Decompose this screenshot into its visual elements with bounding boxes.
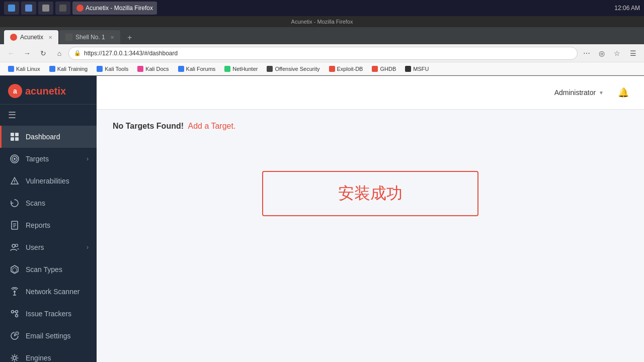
bookmark-kali-linux[interactable]: Kali Linux [4,64,44,74]
menu-button[interactable]: ☰ [626,46,640,60]
tab-acunetix[interactable]: Acunetix ✕ [4,30,58,44]
sidebar-item-vulnerabilities[interactable]: Vulnerabilities [0,170,97,192]
os-taskbar: Acunetix - Mozilla Firefox 12:06 AM [0,0,644,16]
svg-point-28 [17,334,18,334]
svg-point-16 [14,291,16,293]
taskbar-firefox[interactable]: Acunetix - Mozilla Firefox [72,2,157,15]
browser-title: Acunetix - Mozilla Firefox [291,19,353,25]
logo: a acunetix [8,84,89,98]
svg-point-20 [16,315,18,317]
bookmark-favicon-nethunter [224,66,230,72]
svg-rect-0 [11,133,14,136]
sidebar-item-label-reports: Reports [26,221,89,229]
tab-label-acunetix: Acunetix [20,34,43,41]
taskbar-item-3[interactable] [38,2,53,15]
add-target-link[interactable]: Add a Target. [188,122,235,130]
svg-rect-3 [15,137,19,141]
tab-close-acunetix[interactable]: ✕ [48,35,52,40]
bookmark-nethunter[interactable]: NetHunter [220,64,262,74]
bookmark-favicon-kali-training [49,66,55,72]
reload-button[interactable]: ↻ [36,46,50,60]
success-text: 安装成功 [338,183,403,205]
bookmark-favicon-exploit-db [329,66,335,72]
back-button[interactable]: ← [4,46,18,60]
svg-point-29 [13,356,16,359]
bookmark-label-kali-training: Kali Training [57,66,88,72]
logo-icon: a [8,84,22,98]
home-button[interactable]: ⌂ [52,46,66,60]
email-settings-icon [10,331,20,341]
bookmark-kali-docs[interactable]: Kali Docs [133,64,173,74]
taskbar-item-2[interactable] [21,2,36,15]
bookmark-label-exploit-db: Exploit-DB [337,66,363,72]
sidebar-item-targets[interactable]: Targets › [0,148,97,170]
svg-rect-1 [15,133,19,136]
svg-point-21 [16,311,18,313]
address-bar[interactable]: 🔒 https://127.0.0.1:3443/#/dashboard [68,47,578,60]
sidebar-item-issue-trackers[interactable]: Issue Trackers [0,303,97,325]
main-header: Administrator ▼ 🔔 [97,76,644,110]
sidebar-item-engines[interactable]: Engines [0,347,97,362]
pocket-button[interactable]: ◎ [595,46,609,60]
sidebar: a acunetix ☰ Dashboard [0,76,97,362]
bookmark-label-ghdb: GHDB [380,66,396,72]
taskbar-clock: 12:06 AM [614,5,640,12]
bookmark-ghdb[interactable]: GHDB [368,64,400,74]
bookmark-kali-forums[interactable]: Kali Forums [174,64,220,74]
notification-icon: 🔔 [618,87,629,98]
bookmark-favicon-kali-linux [8,66,14,72]
bookmark-kali-tools[interactable]: Kali Tools [93,64,132,74]
tab-bar: Acunetix ✕ Shell No. 1 ✕ + [0,27,644,44]
sidebar-item-label-scan-types: Scan Types [26,265,89,274]
header-right: Administrator ▼ 🔔 [549,84,632,101]
sidebar-menu-toggle[interactable]: ☰ [0,105,97,126]
svg-point-9 [14,183,15,184]
tab-shell[interactable]: Shell No. 1 ✕ [59,30,120,44]
taskbar-item-4[interactable] [55,2,70,15]
bookmark-kali-training[interactable]: Kali Training [45,64,92,74]
bookmark-button[interactable]: ☆ [610,46,624,60]
address-lock-icon: 🔒 [74,50,81,56]
bookmark-exploit-db[interactable]: Exploit-DB [325,64,367,74]
sidebar-item-label-vulnerabilities: Vulnerabilities [26,177,89,185]
reports-icon [10,220,20,230]
nav-right-buttons: ⋯ ◎ ☆ [580,46,624,60]
sidebar-item-network-scanner[interactable]: Network Scanner [0,281,97,303]
browser-title-bar: Acunetix - Mozilla Firefox [0,16,644,27]
bookmark-msfu[interactable]: MSFU [401,64,433,74]
tab-close-shell[interactable]: ✕ [110,35,114,40]
bookmark-favicon-kali-docs [137,66,143,72]
admin-chevron-icon: ▼ [599,90,604,96]
svg-point-15 [16,244,18,247]
extensions-button[interactable]: ⋯ [580,46,594,60]
tab-favicon-acunetix [10,34,17,41]
users-chevron-icon: › [87,244,89,251]
no-targets-bold: No Targets Found! [113,122,184,130]
bookmark-label-offensive-security: Offensive Security [275,66,319,72]
sidebar-item-scans[interactable]: Scans [0,192,97,214]
bookmark-label-kali-tools: Kali Tools [105,66,128,72]
taskbar-item-1[interactable] [4,2,19,15]
sidebar-item-scan-types[interactable]: Scan Types [0,258,97,281]
new-tab-button[interactable]: + [123,31,136,44]
sidebar-item-label-scans: Scans [26,199,89,207]
bookmark-label-kali-linux: Kali Linux [16,66,40,72]
admin-dropdown[interactable]: Administrator ▼ [549,85,609,100]
sidebar-item-users[interactable]: Users › [0,236,97,258]
bookmark-offensive-security[interactable]: Offensive Security [263,64,324,74]
notification-button[interactable]: 🔔 [615,84,632,101]
svg-point-14 [12,244,15,247]
bookmark-favicon-msfu [405,66,411,72]
taskbar-firefox-label: Acunetix - Mozilla Firefox [86,5,153,12]
sidebar-item-label-targets: Targets [26,155,80,163]
scan-types-icon [10,264,20,275]
network-scanner-icon [10,287,20,297]
vulnerabilities-icon [10,176,20,186]
sidebar-item-dashboard[interactable]: Dashboard [0,126,97,148]
sidebar-item-label-engines: Engines [26,354,89,362]
bookmark-favicon-kali-forums [178,66,184,72]
sidebar-item-reports[interactable]: Reports [0,214,97,236]
forward-button[interactable]: → [20,46,34,60]
no-targets-message: No Targets Found! Add a Target. [113,122,628,131]
sidebar-item-email-settings[interactable]: Email Settings [0,325,97,347]
